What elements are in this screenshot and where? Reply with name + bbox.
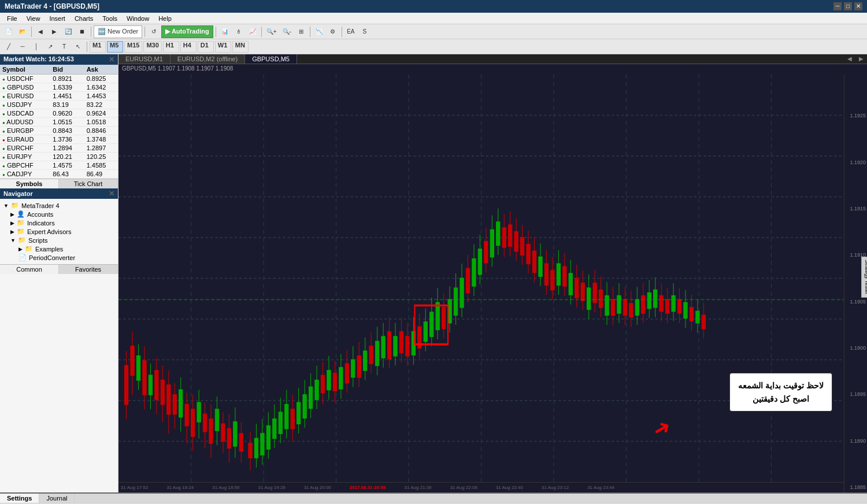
period-m1[interactable]: M1 [90,41,106,53]
chart-candle-btn[interactable]: 🕯 [232,25,245,38]
chart-bar-btn[interactable]: 📊 [218,25,231,38]
panel-tab-journal[interactable]: Journal [39,494,75,503]
open-btn[interactable]: 📂 [16,25,29,38]
mw-tab-symbols[interactable]: Symbols [0,179,59,188]
vertical-tab[interactable]: Strategy Tester [861,257,867,297]
market-watch-row[interactable]: ● EURCHF 1.2894 1.2897 [0,144,118,153]
market-watch-row[interactable]: ● GBPCHF 1.4575 1.4585 [0,161,118,170]
maximize-btn[interactable]: □ [844,2,852,10]
period-h1[interactable]: H1 [163,41,179,53]
tree-metatrader4[interactable]: ▼ 📁 MetaTrader 4 [0,201,118,210]
mw-bid: 120.21 [50,153,84,161]
cursor-tool[interactable]: ↖ [72,40,84,53]
hline-tool[interactable]: ─ [16,40,29,53]
chart-scroll-left[interactable]: ◀ [844,54,855,64]
price-2: 1.1925 [850,113,866,118]
navigator-close[interactable]: ✕ [109,190,114,198]
chart-scroll-right[interactable]: ▶ [855,54,867,64]
panel-tab-settings[interactable]: Settings [0,494,39,503]
menu-tools[interactable]: Tools [98,13,122,24]
col-symbol: Symbol [0,65,50,75]
text-tool[interactable]: T [58,40,71,53]
new-order-btn[interactable]: 🆕 New Order [94,25,142,38]
market-watch-row[interactable]: ● EURAUD 1.3736 1.3748 [0,135,118,144]
time-10: 31 Aug 23:44 [587,485,614,490]
tree-label-ea: Expert Advisors [27,228,71,235]
chart-symbol-header: GBPUSD,M5 1.1907 1.1908 1.1907 1.1908 [122,65,233,72]
menu-window[interactable]: Window [122,13,154,24]
market-watch-row[interactable]: ● EURGBP 0.8843 0.8846 [0,127,118,135]
market-watch-row[interactable]: ● USDCAD 0.9620 0.9624 [0,109,118,118]
zoom-in-btn[interactable]: 🔍+ [264,25,279,38]
nav-tab-favorites[interactable]: Favorites [59,265,118,274]
market-watch-close[interactable]: ✕ [109,55,114,64]
mw-symbol: ● AUDUSD [0,118,50,127]
period-m15[interactable]: M15 [124,41,142,53]
stop-btn[interactable]: ⏹ [76,25,88,38]
dot-icon: ● [2,86,5,91]
refresh-btn[interactable]: 🔄 [62,25,75,38]
period-w1[interactable]: W1 [215,41,231,53]
mw-bid: 83.19 [50,101,84,109]
autotrading-btn[interactable]: ▶ AutoTrading [161,25,213,38]
zoom-out-btn[interactable]: 🔍- [280,25,294,38]
tree-examples[interactable]: ▶ 📁 Examples [0,244,118,253]
scripts-icon: 📁 [18,236,26,244]
chart-canvas[interactable]: GBPUSD,M5 1.1907 1.1908 1.1907 1.1908 [118,64,867,492]
menu-view[interactable]: View [22,13,45,24]
sep2 [91,27,91,37]
line-tool[interactable]: ╱ [2,40,15,53]
mw-tab-tick[interactable]: Tick Chart [59,179,118,188]
close-btn[interactable]: ✕ [854,2,862,10]
menu-insert[interactable]: Insert [45,13,70,24]
chart-line-btn[interactable]: 📈 [246,25,259,38]
period-h4[interactable]: H4 [180,41,197,53]
mw-ask: 1.0518 [84,118,118,127]
menu-help[interactable]: Help [154,13,176,24]
market-watch-row[interactable]: ● GBPUSD 1.6339 1.6342 [0,83,118,92]
period-d1[interactable]: D1 [198,41,214,53]
tree-periodconverter[interactable]: 📄 PeriodConverter [0,253,118,262]
time-6: 31 Aug 21:36 [405,485,432,490]
dot-icon: ● [2,138,5,143]
market-watch-row[interactable]: ● EURJPY 120.21 120.25 [0,153,118,161]
chart-tab-eurusd-m1[interactable]: EURUSD,M1 [118,54,171,64]
chart-tab-eurusd-m2[interactable]: EURUSD,M2 (offline) [171,54,245,64]
period-mn[interactable]: MN [232,41,249,53]
minimize-btn[interactable]: ─ [833,2,842,10]
menu-file[interactable]: File [2,13,22,24]
market-watch-row[interactable]: ● CADJPY 86.43 86.49 [0,170,118,179]
script-btn[interactable]: S [358,25,371,38]
expand-icon: ▶ [10,212,14,217]
indicators-btn[interactable]: 📉 [313,25,325,38]
vline-tool[interactable]: │ [30,40,43,53]
arrow-tool[interactable]: ↗ [44,40,57,53]
back-btn[interactable]: ◀ [34,25,47,38]
window-controls[interactable]: ─ □ ✕ [833,2,862,10]
forward-btn[interactable]: ▶ [48,25,61,38]
tree-expert-advisors[interactable]: ▶ 📁 Expert Advisors [0,227,118,236]
tree-scripts[interactable]: ▼ 📁 Scripts [0,236,118,244]
tree-indicators[interactable]: ▶ 📁 Indicators [0,218,118,227]
period-m30[interactable]: M30 [143,41,161,53]
nav-tab-common[interactable]: Common [0,265,59,274]
market-watch-row[interactable]: ● USDCHF 0.8921 0.8925 [0,75,118,83]
chart-tab-gbpusd-m5[interactable]: GBPUSD,M5 [245,54,297,64]
refresh2-btn[interactable]: ↺ [147,25,160,38]
menu-charts[interactable]: Charts [70,13,98,24]
tree-label-mt4: MetaTrader 4 [21,202,60,209]
dot-icon: ● [2,120,5,125]
mw-bid: 0.9620 [50,109,84,118]
left-panel: Market Watch: 16:24:53 ✕ Symbol Bid Ask … [0,54,118,492]
tree-accounts[interactable]: ▶ 👤 Accounts [0,210,118,218]
expert-btn[interactable]: EA [344,25,357,38]
new-btn[interactable]: 📄 [2,25,15,38]
dot-icon: ● [2,94,5,99]
market-watch-row[interactable]: ● EURUSD 1.4451 1.4453 [0,92,118,101]
properties-btn[interactable]: ⚙ [327,25,339,38]
period-m5[interactable]: M5 [107,41,123,53]
chart-ohlc-header: GBPUSD,M5 1.1907 1.1908 1.1907 1.1908 [118,64,867,75]
grid-btn[interactable]: ⊞ [295,25,307,38]
market-watch-row[interactable]: ● AUDUSD 1.0515 1.0518 [0,118,118,127]
market-watch-row[interactable]: ● USDJPY 83.19 83.22 [0,101,118,109]
